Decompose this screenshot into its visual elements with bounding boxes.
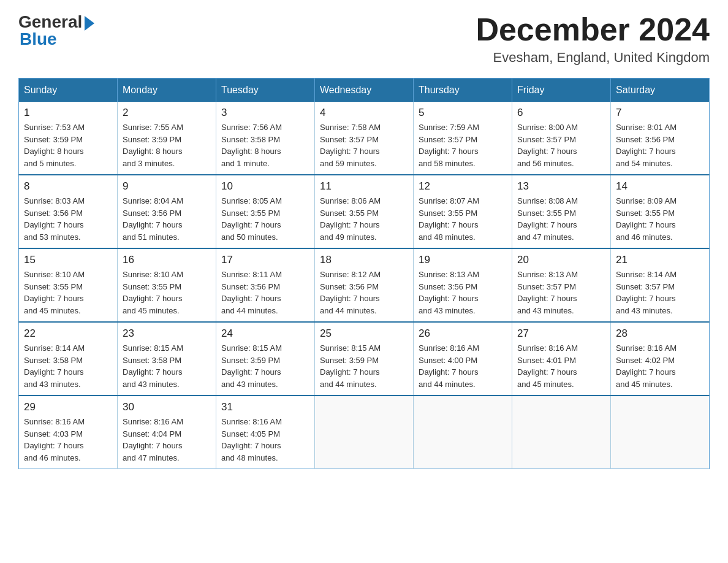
- day-info: Sunrise: 7:56 AM Sunset: 3:58 PM Dayligh…: [221, 121, 309, 169]
- day-number: 22: [24, 327, 112, 340]
- day-info: Sunrise: 8:08 AM Sunset: 3:55 PM Dayligh…: [517, 195, 605, 243]
- calendar-day-header: Friday: [512, 79, 611, 102]
- calendar-day-cell: 31Sunrise: 8:16 AM Sunset: 4:05 PM Dayli…: [216, 396, 315, 469]
- day-info: Sunrise: 8:01 AM Sunset: 3:56 PM Dayligh…: [616, 121, 704, 169]
- day-number: 20: [517, 254, 605, 266]
- day-info: Sunrise: 7:55 AM Sunset: 3:59 PM Dayligh…: [123, 121, 211, 169]
- day-number: 31: [221, 401, 309, 413]
- day-number: 19: [419, 254, 507, 266]
- calendar-day-cell: [414, 396, 512, 469]
- day-number: 12: [419, 180, 507, 193]
- calendar-day-cell: 1Sunrise: 7:53 AM Sunset: 3:59 PM Daylig…: [19, 102, 118, 175]
- calendar-day-cell: [315, 396, 414, 469]
- day-number: 5: [419, 107, 507, 119]
- calendar-week-row: 15Sunrise: 8:10 AM Sunset: 3:55 PM Dayli…: [19, 248, 710, 322]
- day-number: 21: [616, 254, 704, 266]
- day-number: 11: [320, 180, 408, 193]
- calendar-day-cell: 21Sunrise: 8:14 AM Sunset: 3:57 PM Dayli…: [611, 248, 710, 322]
- calendar-day-cell: 8Sunrise: 8:03 AM Sunset: 3:56 PM Daylig…: [19, 175, 118, 248]
- day-info: Sunrise: 8:16 AM Sunset: 4:03 PM Dayligh…: [24, 416, 112, 464]
- day-info: Sunrise: 8:05 AM Sunset: 3:55 PM Dayligh…: [221, 195, 309, 243]
- logo: General Blue: [18, 12, 94, 49]
- day-number: 27: [517, 327, 605, 340]
- calendar-day-cell: 29Sunrise: 8:16 AM Sunset: 4:03 PM Dayli…: [19, 396, 118, 469]
- page-header: General Blue December 2024 Evesham, Engl…: [18, 12, 710, 66]
- day-number: 30: [123, 401, 211, 413]
- day-info: Sunrise: 8:00 AM Sunset: 3:57 PM Dayligh…: [517, 121, 605, 169]
- calendar-day-header: Wednesday: [315, 79, 414, 102]
- calendar-day-cell: 4Sunrise: 7:58 AM Sunset: 3:57 PM Daylig…: [315, 102, 414, 175]
- calendar-week-row: 8Sunrise: 8:03 AM Sunset: 3:56 PM Daylig…: [19, 175, 710, 248]
- day-info: Sunrise: 7:58 AM Sunset: 3:57 PM Dayligh…: [320, 121, 408, 169]
- day-number: 23: [123, 327, 211, 340]
- day-info: Sunrise: 8:10 AM Sunset: 3:55 PM Dayligh…: [123, 269, 211, 316]
- day-info: Sunrise: 8:12 AM Sunset: 3:56 PM Dayligh…: [320, 269, 408, 316]
- calendar-week-row: 22Sunrise: 8:14 AM Sunset: 3:58 PM Dayli…: [19, 322, 710, 396]
- calendar-day-cell: 20Sunrise: 8:13 AM Sunset: 3:57 PM Dayli…: [512, 248, 611, 322]
- day-number: 4: [320, 107, 408, 119]
- calendar-day-cell: 14Sunrise: 8:09 AM Sunset: 3:55 PM Dayli…: [611, 175, 710, 248]
- calendar-day-header: Tuesday: [216, 79, 315, 102]
- day-info: Sunrise: 8:16 AM Sunset: 4:00 PM Dayligh…: [419, 342, 507, 390]
- calendar-day-cell: 12Sunrise: 8:07 AM Sunset: 3:55 PM Dayli…: [414, 175, 512, 248]
- title-section: December 2024 Evesham, England, United K…: [476, 12, 710, 66]
- day-number: 7: [616, 107, 704, 119]
- day-number: 10: [221, 180, 309, 193]
- day-info: Sunrise: 8:15 AM Sunset: 3:59 PM Dayligh…: [221, 342, 309, 390]
- day-info: Sunrise: 8:11 AM Sunset: 3:56 PM Dayligh…: [221, 269, 309, 316]
- day-info: Sunrise: 8:03 AM Sunset: 3:56 PM Dayligh…: [24, 195, 112, 243]
- day-number: 29: [24, 401, 112, 413]
- day-number: 15: [24, 254, 112, 266]
- day-info: Sunrise: 8:06 AM Sunset: 3:55 PM Dayligh…: [320, 195, 408, 243]
- logo-arrow-icon: [85, 16, 94, 31]
- day-info: Sunrise: 8:04 AM Sunset: 3:56 PM Dayligh…: [123, 195, 211, 243]
- calendar-day-cell: 25Sunrise: 8:15 AM Sunset: 3:59 PM Dayli…: [315, 322, 414, 396]
- calendar-day-cell: 9Sunrise: 8:04 AM Sunset: 3:56 PM Daylig…: [118, 175, 216, 248]
- day-info: Sunrise: 8:14 AM Sunset: 3:57 PM Dayligh…: [616, 269, 704, 316]
- day-info: Sunrise: 8:15 AM Sunset: 3:59 PM Dayligh…: [320, 342, 408, 390]
- calendar-week-row: 1Sunrise: 7:53 AM Sunset: 3:59 PM Daylig…: [19, 102, 710, 175]
- calendar-day-cell: 3Sunrise: 7:56 AM Sunset: 3:58 PM Daylig…: [216, 102, 315, 175]
- subtitle: Evesham, England, United Kingdom: [476, 50, 710, 66]
- day-number: 14: [616, 180, 704, 193]
- calendar-day-header: Monday: [118, 79, 216, 102]
- logo-blue-text: Blue: [20, 29, 57, 49]
- day-info: Sunrise: 8:16 AM Sunset: 4:04 PM Dayligh…: [123, 416, 211, 464]
- day-info: Sunrise: 8:13 AM Sunset: 3:56 PM Dayligh…: [419, 269, 507, 316]
- day-info: Sunrise: 8:09 AM Sunset: 3:55 PM Dayligh…: [616, 195, 704, 243]
- day-info: Sunrise: 7:53 AM Sunset: 3:59 PM Dayligh…: [24, 121, 112, 169]
- day-number: 13: [517, 180, 605, 193]
- day-number: 24: [221, 327, 309, 340]
- calendar-day-cell: [512, 396, 611, 469]
- calendar-day-header: Sunday: [19, 79, 118, 102]
- day-number: 3: [221, 107, 309, 119]
- calendar-day-cell: 6Sunrise: 8:00 AM Sunset: 3:57 PM Daylig…: [512, 102, 611, 175]
- day-info: Sunrise: 8:07 AM Sunset: 3:55 PM Dayligh…: [419, 195, 507, 243]
- calendar-day-cell: 16Sunrise: 8:10 AM Sunset: 3:55 PM Dayli…: [118, 248, 216, 322]
- day-number: 26: [419, 327, 507, 340]
- day-number: 8: [24, 180, 112, 193]
- calendar-day-cell: 11Sunrise: 8:06 AM Sunset: 3:55 PM Dayli…: [315, 175, 414, 248]
- calendar-day-cell: 26Sunrise: 8:16 AM Sunset: 4:00 PM Dayli…: [414, 322, 512, 396]
- calendar-day-cell: 13Sunrise: 8:08 AM Sunset: 3:55 PM Dayli…: [512, 175, 611, 248]
- calendar-day-cell: 7Sunrise: 8:01 AM Sunset: 3:56 PM Daylig…: [611, 102, 710, 175]
- calendar-day-cell: 28Sunrise: 8:16 AM Sunset: 4:02 PM Dayli…: [611, 322, 710, 396]
- day-number: 25: [320, 327, 408, 340]
- day-number: 16: [123, 254, 211, 266]
- calendar-header-row: SundayMondayTuesdayWednesdayThursdayFrid…: [19, 79, 710, 102]
- day-info: Sunrise: 8:16 AM Sunset: 4:05 PM Dayligh…: [221, 416, 309, 464]
- calendar-day-cell: 22Sunrise: 8:14 AM Sunset: 3:58 PM Dayli…: [19, 322, 118, 396]
- day-number: 2: [123, 107, 211, 119]
- calendar-day-cell: 17Sunrise: 8:11 AM Sunset: 3:56 PM Dayli…: [216, 248, 315, 322]
- calendar-day-cell: [611, 396, 710, 469]
- day-info: Sunrise: 8:10 AM Sunset: 3:55 PM Dayligh…: [24, 269, 112, 316]
- calendar-day-header: Saturday: [611, 79, 710, 102]
- calendar-day-cell: 18Sunrise: 8:12 AM Sunset: 3:56 PM Dayli…: [315, 248, 414, 322]
- main-title: December 2024: [476, 12, 710, 47]
- calendar-table: SundayMondayTuesdayWednesdayThursdayFrid…: [18, 78, 710, 469]
- day-number: 28: [616, 327, 704, 340]
- calendar-day-cell: 27Sunrise: 8:16 AM Sunset: 4:01 PM Dayli…: [512, 322, 611, 396]
- calendar-day-cell: 23Sunrise: 8:15 AM Sunset: 3:58 PM Dayli…: [118, 322, 216, 396]
- day-number: 17: [221, 254, 309, 266]
- calendar-day-header: Thursday: [414, 79, 512, 102]
